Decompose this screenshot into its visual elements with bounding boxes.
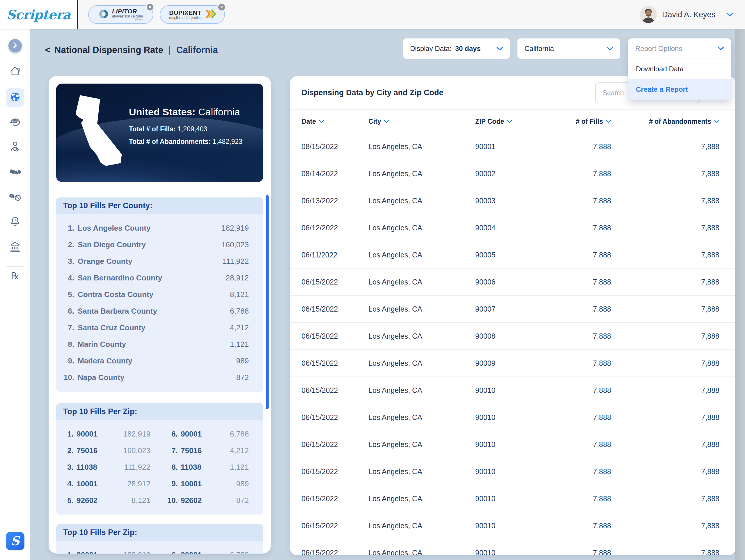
cell-zip: 90010 (475, 386, 562, 395)
dupixent-chevrons-icon (205, 9, 216, 20)
zip-rank: 9. (157, 479, 178, 488)
sort-chevron-icon (319, 120, 324, 123)
sidebar-item-medications[interactable] (8, 166, 22, 180)
table-row[interactable]: 06/15/2022 Los Angeles, CA 90008 7,888 7… (290, 323, 736, 350)
menu-item-download-data[interactable]: Download Data (628, 59, 731, 79)
state-hero-card: United States: California Total # of Fil… (56, 84, 263, 182)
county-fills-value: 872 (236, 373, 249, 382)
zip-rank: 6. (157, 430, 178, 439)
sidebar-item-home[interactable] (8, 65, 22, 79)
zip-rank: 1. (60, 550, 74, 554)
section-title: Top 10 Fills Per County: (56, 197, 263, 214)
section-title: Top 10 Fills Per Zip: (56, 524, 263, 541)
county-rank: 4. (60, 274, 74, 282)
table-row[interactable]: 06/15/2022 Los Angeles, CA 90010 7,888 7… (290, 485, 736, 512)
sidebar-item-alerts[interactable] (8, 215, 22, 229)
top-header: Scriptera LIPITOR atorvastatin calcium t… (0, 0, 745, 29)
drug-name: LIPITOR (112, 8, 143, 14)
zip-fills-value: 111,922 (104, 463, 157, 472)
sidebar-item-providers[interactable] (8, 140, 22, 154)
top-counties-list: 1. Los Angeles County 182,919 2. San Die… (56, 214, 263, 392)
zip-rank: 7. (157, 446, 178, 455)
user-menu[interactable]: David A. Keyes (640, 6, 733, 23)
cell-date: 06/15/2022 (301, 332, 368, 340)
sidebar-item-24h-history[interactable]: 24h (8, 115, 22, 129)
sidebar-item-abandonments[interactable] (8, 191, 22, 205)
close-icon[interactable]: × (218, 3, 226, 11)
zip-rank: 2. (60, 446, 74, 455)
drug-name: DUPIXENT (169, 9, 201, 16)
cell-abandonments: 7,888 (611, 332, 719, 340)
county-list-item: 8. Marin County 1,121 (56, 336, 263, 353)
column-header-fills[interactable]: # of Fills (562, 118, 611, 126)
column-header-date[interactable]: Date (301, 118, 368, 126)
cell-abandonments: 7,888 (611, 495, 719, 503)
drug-chip-dupixent[interactable]: DUPIXENT (dupilumab) Injection × (160, 5, 225, 24)
table-row[interactable]: 06/15/2022 Los Angeles, CA 90007 7,888 7… (290, 295, 736, 323)
table-row[interactable]: 06/15/2022 Los Angeles, CA 90010 7,888 7… (290, 458, 736, 485)
cell-fills: 7,888 (562, 495, 611, 503)
table-row[interactable]: 06/15/2022 Los Angeles, CA 90010 7,888 7… (290, 404, 736, 431)
zip-fills-value: 160,023 (104, 446, 157, 455)
menu-item-create-report[interactable]: Create a Report (628, 79, 731, 100)
cell-zip: 90010 (475, 440, 562, 449)
cell-zip: 90010 (475, 495, 562, 503)
page-title: National Dispensing Rate (55, 45, 163, 55)
table-row[interactable]: 06/15/2022 Los Angeles, CA 90010 7,888 7… (290, 512, 736, 539)
sidebar-item-prescriptions[interactable]: ℞ (8, 269, 22, 283)
zip-code: 75016 (181, 446, 210, 455)
pills-icon (9, 167, 22, 179)
drug-chip-lipitor[interactable]: LIPITOR atorvastatin calcium tablets × (88, 5, 153, 24)
cell-abandonments: 7,888 (611, 386, 719, 395)
close-icon[interactable]: × (146, 3, 154, 11)
column-header-city[interactable]: City (368, 118, 475, 126)
drug-subtitle-2: tablets (112, 18, 143, 21)
user-name: David A. Keyes (662, 10, 715, 19)
cell-abandonments: 7,888 (611, 169, 719, 178)
cell-city: Los Angeles, CA (368, 413, 475, 422)
column-header-zip[interactable]: ZIP Code (475, 118, 562, 126)
county-list-item: 1. Los Angeles County 182,919 (56, 220, 263, 237)
county-fills-value: 1,121 (230, 340, 249, 349)
table-header-row: Date City ZIP Code # of Fills # of Aband… (290, 110, 736, 133)
state-dropdown-value: California (524, 44, 554, 53)
cell-city: Los Angeles, CA (368, 224, 475, 232)
section-title: Top 10 Fills Per Zip: (56, 403, 263, 420)
table-row[interactable]: 06/13/2022 Los Angeles, CA 90003 7,888 7… (290, 187, 736, 214)
table-row[interactable]: 06/15/2022 Los Angeles, CA 90010 7,888 7… (290, 431, 736, 458)
county-rank: 5. (60, 290, 74, 299)
zip-code: 11038 (76, 463, 104, 472)
table-row[interactable]: 06/15/2022 Los Angeles, CA 90006 7,888 7… (290, 269, 736, 295)
column-header-abandonments[interactable]: # of Abandonments (611, 118, 719, 126)
state-summary-panel: United States: California Total # of Fil… (48, 76, 271, 554)
cell-fills: 7,888 (562, 413, 611, 422)
cell-date: 06/15/2022 (301, 440, 368, 449)
table-row[interactable]: 06/15/2022 Los Angeles, CA 90009 7,888 7… (290, 350, 736, 377)
back-chevron-icon[interactable]: < (45, 45, 50, 55)
cell-fills: 7,888 (562, 440, 611, 449)
cell-fills: 7,888 (562, 467, 611, 476)
table-row[interactable]: 06/11/2022 Los Angeles, CA 90005 7,888 7… (290, 241, 736, 269)
sidebar-item-institutions[interactable] (8, 240, 22, 254)
zip-fills-value: 182,919 (104, 430, 157, 439)
lipitor-ring-icon (99, 9, 108, 20)
display-data-dropdown[interactable]: Display Data: 30 days (403, 38, 510, 59)
table-row[interactable]: 06/15/2022 Los Angeles, CA 90010 7,888 7… (290, 539, 736, 555)
report-options-dropdown[interactable]: Report Options (628, 38, 731, 59)
sidebar-item-dispensing-map[interactable] (6, 88, 25, 107)
cell-date: 06/15/2022 (301, 467, 368, 476)
table-row[interactable]: 06/12/2022 Los Angeles, CA 90004 7,888 7… (290, 214, 736, 241)
sort-chevron-icon (606, 120, 611, 123)
zip-list-row: 1. 90001 182,919 6. 90001 6,788 (56, 426, 263, 442)
table-row[interactable]: 06/15/2022 Los Angeles, CA 90010 7,888 7… (290, 377, 736, 404)
zip-fills-value: 28,912 (104, 479, 157, 488)
sidebar-expand-button[interactable] (8, 39, 22, 53)
page-scrollbar[interactable] (735, 29, 745, 560)
cell-fills: 7,888 (562, 169, 611, 178)
panel-scrollbar[interactable] (266, 195, 269, 409)
county-name: Orange County (78, 257, 223, 266)
table-row[interactable]: 08/14/2022 Los Angeles, CA 90002 7,888 7… (290, 160, 736, 187)
table-row[interactable]: 08/15/2022 Los Angeles, CA 90001 7,888 7… (290, 133, 736, 160)
state-dropdown[interactable]: California (517, 38, 620, 59)
zip-code: 90001 (181, 430, 210, 439)
